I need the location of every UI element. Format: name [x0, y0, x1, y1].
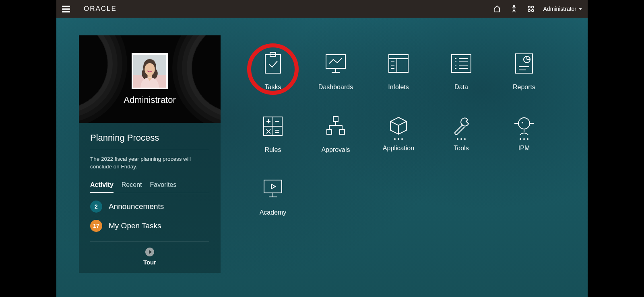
more-dots-icon — [457, 138, 466, 140]
process-title: Planning Process — [90, 133, 209, 149]
panel-body: Planning Process The 2022 fiscal year pl… — [79, 123, 221, 273]
tile-label: Infolets — [388, 84, 409, 91]
process-description: The 2022 fiscal year planning process wi… — [90, 156, 209, 171]
tile-data[interactable]: Data — [430, 46, 493, 106]
list-lines-icon — [451, 53, 472, 74]
tile-dashboards[interactable]: Dashboards — [304, 46, 367, 106]
open-tasks-label: My Open Tasks — [109, 221, 161, 230]
tile-label: Reports — [513, 84, 535, 91]
svg-point-1 — [528, 6, 530, 8]
clipboard-check-icon — [262, 53, 283, 74]
apps-grid-icon[interactable] — [525, 3, 537, 15]
svg-rect-46 — [327, 129, 332, 134]
tile-label: Approvals — [321, 146, 350, 154]
tile-tools[interactable]: Tools — [430, 109, 493, 169]
more-dots-icon — [520, 138, 528, 140]
report-pie-icon — [514, 53, 535, 74]
svg-point-48 — [518, 118, 530, 129]
panel-user-name: Administrator — [124, 95, 176, 105]
announcements-row[interactable]: 2 Announcements — [90, 201, 209, 213]
more-dots-icon — [394, 138, 403, 140]
caret-down-icon — [579, 8, 582, 10]
play-icon — [145, 248, 154, 256]
tile-label: Academy — [260, 209, 287, 216]
tile-tasks[interactable]: Tasks — [242, 46, 304, 106]
tour-label: Tour — [143, 259, 156, 266]
cube-icon — [388, 116, 409, 137]
svg-rect-9 — [265, 55, 281, 73]
hamburger-menu-icon[interactable] — [62, 3, 73, 14]
tile-infolets[interactable]: Infolets — [367, 46, 430, 106]
calculator-icon — [262, 116, 283, 137]
panel-header: Administrator — [79, 35, 221, 123]
home-icon[interactable] — [491, 3, 503, 15]
svg-rect-52 — [264, 180, 282, 193]
announcements-count-badge: 2 — [90, 201, 102, 213]
svg-point-4 — [531, 10, 533, 12]
tab-recent[interactable]: Recent — [122, 181, 142, 193]
tile-application[interactable]: Application — [367, 109, 430, 169]
play-monitor-icon — [262, 178, 283, 199]
avatar — [132, 53, 168, 89]
app-window: ORACLE Administrator — [56, 0, 588, 297]
layout-panel-icon — [388, 53, 409, 74]
tile-label: IPM — [518, 145, 530, 152]
panel-footer: Tour — [90, 242, 209, 266]
tab-activity[interactable]: Activity — [90, 181, 114, 193]
tile-label: Tasks — [265, 84, 281, 91]
brand-logo: ORACLE — [84, 5, 117, 13]
open-tasks-count-badge: 17 — [90, 220, 102, 232]
tour-button[interactable]: Tour — [143, 248, 156, 266]
wrench-icon — [451, 116, 472, 137]
svg-rect-18 — [452, 55, 471, 72]
hierarchy-icon — [325, 116, 346, 137]
activity-list: 2 Announcements 17 My Open Tasks — [90, 201, 209, 232]
announcements-label: Announcements — [109, 202, 164, 211]
welcome-panel: Administrator Planning Process The 2022 … — [79, 35, 221, 273]
svg-point-3 — [528, 10, 530, 12]
svg-point-2 — [531, 6, 533, 8]
tile-rules[interactable]: Rules — [242, 109, 304, 169]
accessibility-icon[interactable] — [508, 3, 520, 15]
tile-ipm[interactable]: IPM — [493, 109, 555, 169]
monitor-chart-icon — [325, 53, 346, 74]
tab-favorites[interactable]: Favorites — [150, 181, 177, 193]
main-area: Administrator Planning Process The 2022 … — [56, 18, 588, 297]
user-menu-label: Administrator — [543, 6, 576, 12]
tile-label: Dashboards — [318, 84, 353, 91]
svg-rect-12 — [389, 55, 408, 72]
svg-point-7 — [144, 63, 155, 76]
open-tasks-row[interactable]: 17 My Open Tasks — [90, 220, 209, 232]
tile-label: Tools — [454, 145, 469, 152]
tile-approvals[interactable]: Approvals — [304, 109, 367, 169]
tile-label: Application — [383, 145, 414, 152]
panel-tabs: Activity Recent Favorites — [90, 181, 209, 193]
svg-rect-47 — [340, 129, 345, 134]
nav-grid: Tasks Dashboards — [242, 46, 555, 231]
svg-point-51 — [522, 122, 523, 123]
tile-label: Data — [454, 84, 468, 91]
svg-rect-41 — [333, 117, 338, 121]
user-menu[interactable]: Administrator — [543, 6, 582, 12]
global-header: ORACLE Administrator — [56, 0, 588, 18]
svg-point-0 — [513, 6, 514, 7]
insight-person-icon — [514, 116, 535, 137]
tile-label: Rules — [265, 146, 281, 154]
tile-reports[interactable]: Reports — [493, 46, 555, 106]
tile-academy[interactable]: Academy — [242, 171, 304, 231]
